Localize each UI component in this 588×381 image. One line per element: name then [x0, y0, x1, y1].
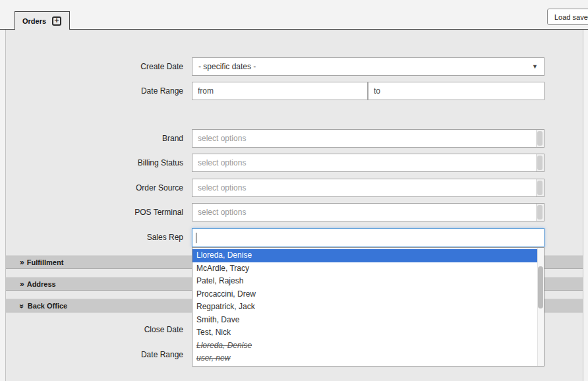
dropdown-option-inactive[interactable]: user, new [192, 352, 544, 365]
add-tab-icon[interactable]: + [52, 16, 61, 26]
brand-label: Brand [6, 134, 183, 143]
dropdown-option[interactable]: Lloreda, Denise [192, 249, 544, 262]
text-cursor [196, 233, 196, 243]
section-address-label: Address [27, 280, 56, 288]
pos-terminal-label: POS Terminal [6, 208, 183, 217]
dropdown-option[interactable]: Procaccini, Drew [192, 288, 544, 301]
create-date-label: Create Date [6, 63, 183, 71]
sales-rep-option-list: Lloreda, Denise McArdle, Tracy Patel, Ra… [192, 249, 544, 365]
dropdown-option[interactable]: Smith, Dave [192, 314, 544, 327]
scrollbar-track[interactable] [536, 154, 544, 171]
dropdown-option[interactable]: McArdle, Tracy [192, 262, 544, 276]
section-back-office-label: Back Office [28, 302, 68, 310]
brand-select[interactable] [192, 129, 544, 148]
scrollbar-thumb[interactable] [537, 156, 543, 170]
date-from-wrap [192, 82, 368, 100]
billing-status-label: Billing Status [6, 159, 183, 167]
dropdown-option[interactable]: Patel, Rajesh [192, 275, 544, 288]
sales-rep-label: Sales Rep [6, 233, 183, 242]
scrollbar-track[interactable] [536, 204, 544, 221]
chevron-right-icon: » [20, 258, 24, 266]
dropdown-option-inactive[interactable]: Lloreda, Denise [192, 339, 544, 353]
create-date-value: - specific dates - [198, 62, 256, 71]
date-to-input[interactable] [368, 82, 544, 100]
chevron-down-icon: » [18, 304, 26, 308]
chevron-right-icon: » [20, 280, 24, 288]
scrollbar-thumb[interactable] [537, 205, 543, 220]
filter-panel-body: Create Date - specific dates - ▼ Date Ra… [5, 30, 583, 381]
scrollbar-thumb[interactable] [537, 131, 543, 146]
order-source-input[interactable] [192, 179, 535, 196]
billing-status-select[interactable] [192, 154, 544, 172]
order-source-select[interactable] [192, 179, 544, 197]
filter-panel: Create Date - specific dates - ▼ Date Ra… [0, 29, 588, 381]
order-source-label: Order Source [6, 184, 183, 192]
section-fulfillment-label: Fulfillment [27, 258, 64, 266]
chevron-down-icon: ▼ [532, 63, 538, 70]
date-range-label: Date Range [6, 87, 183, 96]
back-office-date-range-label: Date Range [6, 351, 183, 359]
orders-filter-page: Orders + Load saved Create Date - specif… [0, 0, 588, 381]
scrollbar-track[interactable] [536, 179, 544, 196]
pos-terminal-input[interactable] [192, 204, 535, 221]
brand-input[interactable] [192, 130, 535, 147]
scrollbar-track[interactable] [536, 130, 544, 147]
dropdown-option[interactable]: Regpatrick, Jack [192, 301, 544, 314]
pos-terminal-select[interactable] [192, 203, 544, 221]
tab-orders[interactable]: Orders + [15, 11, 70, 30]
scrollbar-thumb[interactable] [537, 181, 543, 195]
tab-orders-label: Orders [22, 17, 46, 25]
create-date-select[interactable]: - specific dates - ▼ [192, 57, 544, 76]
billing-status-input[interactable] [192, 154, 535, 171]
date-from-input[interactable] [192, 82, 367, 100]
sales-rep-input[interactable] [192, 228, 544, 247]
date-to-wrap [368, 82, 544, 100]
close-date-label: Close Date [6, 326, 183, 334]
dropdown-scrollbar-thumb[interactable] [538, 266, 543, 308]
load-saved-button[interactable]: Load saved [547, 9, 588, 25]
dropdown-option[interactable]: Test, Nick [192, 326, 544, 339]
sales-rep-dropdown: Lloreda, Denise McArdle, Tracy Patel, Ra… [192, 247, 544, 366]
